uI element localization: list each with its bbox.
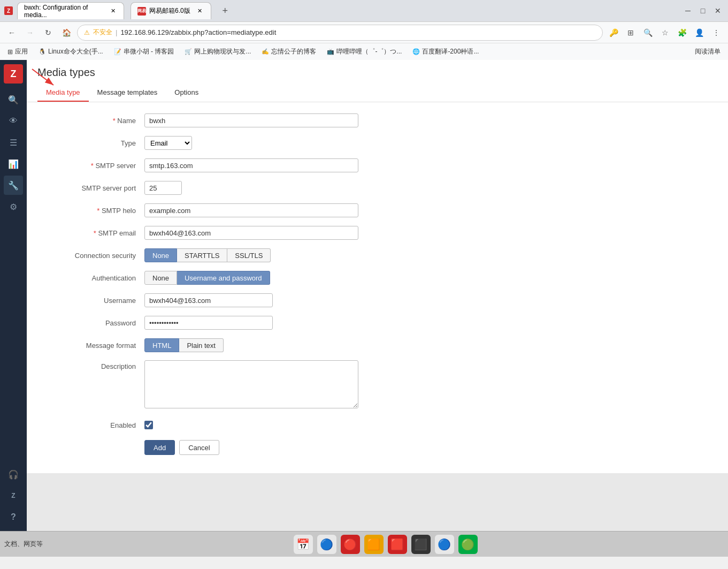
sidebar-item-support[interactable]: 🎧: [4, 465, 23, 484]
auth-none-button[interactable]: None: [144, 271, 177, 285]
bookmark-translate[interactable]: 🌐 百度翻译-200种语...: [409, 46, 482, 57]
home-button[interactable]: 🏠: [59, 25, 74, 40]
smtp-port-control: [144, 181, 182, 195]
page-title: Media types: [37, 66, 717, 79]
reload-button[interactable]: ↻: [41, 25, 56, 40]
address-text: 192.168.96.129/zabbix.php?action=mediaty…: [120, 28, 276, 36]
name-row: Name: [27, 113, 728, 128]
address-bar[interactable]: ⚠ 不安全 | 192.168.96.129/zabbix.php?action…: [77, 25, 603, 41]
new-tab-button[interactable]: +: [218, 3, 233, 18]
enabled-checkbox[interactable]: [144, 421, 153, 429]
bookmark-linux[interactable]: 🐧 Linux命令大全(手...: [35, 46, 106, 57]
bookmark-blog[interactable]: 📝 串微小胡 - 博客园: [111, 46, 178, 57]
description-control: [144, 360, 358, 410]
gray-area: [27, 473, 728, 531]
smtp-helo-control: [144, 203, 358, 217]
bookmark-apps[interactable]: ⊞ 应用: [4, 46, 31, 57]
password-input[interactable]: [144, 316, 273, 330]
tab1-label: bwxh: Configuration of media...: [24, 4, 104, 19]
close-button[interactable]: ✕: [712, 5, 724, 17]
taskbar-icon-chrome2[interactable]: 🔵: [435, 535, 454, 554]
smtp-email-input[interactable]: [144, 226, 358, 240]
page-header: Media types Media type Message templates…: [27, 60, 728, 102]
taskbar-icon-green[interactable]: 🟢: [458, 535, 478, 554]
username-label: Username: [27, 297, 144, 305]
username-control: [144, 293, 273, 307]
bookmark-bilibili[interactable]: 📺 哔哩哔哩（゜-゜）つ...: [324, 46, 405, 57]
type-control: Email SMS Script Webhook: [144, 136, 192, 150]
connection-starttls-button[interactable]: STARTTLS: [177, 248, 227, 262]
sidebar-item-configuration[interactable]: 🔧: [4, 176, 23, 195]
sidebar-item-zabbix[interactable]: Z: [4, 486, 23, 505]
auth-userpass-button[interactable]: Username and password: [177, 271, 270, 285]
smtp-port-row: SMTP server port: [27, 180, 728, 195]
taskbar-icon-orange[interactable]: 🟧: [364, 535, 384, 554]
taskbar-icon-red2[interactable]: 🟥: [388, 535, 407, 554]
smtp-helo-input[interactable]: [144, 203, 358, 217]
taskbar-icon-chrome1[interactable]: 🔵: [317, 535, 336, 554]
translate-icon[interactable]: ⊞: [623, 25, 638, 40]
tab-options[interactable]: Options: [166, 84, 207, 102]
taskbar-icon-red[interactable]: 🔴: [341, 535, 360, 554]
bookmark-bilibili-label: 哔哩哔哩（゜-゜）つ...: [336, 47, 402, 56]
bookmark-shop[interactable]: 🛒 网上购物现状与发...: [181, 46, 254, 57]
sidebar-item-help[interactable]: ?: [4, 507, 23, 527]
maximize-button[interactable]: □: [697, 5, 709, 17]
toolbar-icons: 🔑 ⊞ 🔍 ☆ 🧩 👤 ⋮: [606, 25, 724, 40]
tab2[interactable]: 网易 网易邮箱6.0版 ✕: [131, 2, 211, 19]
format-html-button[interactable]: HTML: [144, 338, 179, 352]
description-row: Description: [27, 360, 728, 410]
cancel-button[interactable]: Cancel: [179, 440, 219, 455]
enabled-control: [144, 421, 153, 429]
bookmark-shop-favicon: 🛒: [185, 48, 192, 55]
bookmark-shop-label: 网上购物现状与发...: [194, 47, 251, 56]
connection-ssl-button[interactable]: SSL/TLS: [227, 248, 271, 262]
zabbix-logo: Z: [4, 64, 23, 84]
bookmark-blogger-favicon: ✍: [262, 48, 269, 55]
connection-none-button[interactable]: None: [144, 248, 177, 262]
username-input[interactable]: [144, 293, 273, 307]
taskbar-icon-calendar[interactable]: 📅: [294, 535, 313, 554]
smtp-server-input[interactable]: [144, 158, 358, 172]
format-plaintext-button[interactable]: Plain text: [179, 338, 223, 352]
minimize-button[interactable]: ─: [682, 5, 694, 17]
smtp-port-label: SMTP server port: [27, 184, 144, 192]
message-format-control: HTML Plain text: [144, 338, 224, 352]
sidebar-item-administration[interactable]: ⚙: [4, 197, 23, 216]
type-select[interactable]: Email SMS Script Webhook: [144, 136, 192, 150]
taskbar-icon-dark[interactable]: ⬛: [411, 535, 431, 554]
bookmark-icon[interactable]: ☆: [657, 25, 672, 40]
taskbar-start-label: 文档、网页等: [4, 540, 43, 549]
tab-message-templates[interactable]: Message templates: [89, 84, 166, 102]
bookmarks-bar: ⊞ 应用 🐧 Linux命令大全(手... 📝 串微小胡 - 博客园 🛒 网上购…: [0, 43, 728, 60]
add-button[interactable]: Add: [144, 440, 175, 455]
description-textarea[interactable]: [144, 360, 358, 408]
buttons-control: Add Cancel: [144, 440, 219, 455]
tab1-close[interactable]: ✕: [110, 7, 117, 16]
smtp-port-input[interactable]: [144, 181, 182, 195]
bookmark-linux-favicon: 🐧: [39, 48, 46, 55]
tab-media-type[interactable]: Media type: [37, 84, 89, 102]
message-format-label: Message format: [27, 342, 144, 350]
connection-security-group: None STARTTLS SSL/TLS: [144, 248, 271, 262]
bookmark-translate-label: 百度翻译-200种语...: [422, 47, 479, 56]
tab2-close[interactable]: ✕: [196, 7, 204, 16]
tab2-label: 网易邮箱6.0版: [149, 6, 190, 16]
menu-icon[interactable]: ⋮: [709, 25, 724, 40]
sidebar-item-inventory[interactable]: ☰: [4, 133, 23, 152]
smtp-email-label: SMTP email: [27, 229, 144, 237]
name-input[interactable]: [144, 113, 358, 127]
forward-button[interactable]: →: [22, 25, 37, 40]
back-button[interactable]: ←: [4, 25, 19, 40]
profile-icon[interactable]: 👤: [692, 25, 707, 40]
search-icon[interactable]: 🔍: [640, 25, 655, 40]
password-icon[interactable]: 🔑: [606, 25, 621, 40]
sidebar-item-search[interactable]: 🔍: [4, 90, 23, 109]
name-label: Name: [27, 117, 144, 125]
bookmark-blogger[interactable]: ✍ 忘情公子的博客: [258, 46, 319, 57]
extension-icon[interactable]: 🧩: [675, 25, 689, 40]
bookmark-readinglist[interactable]: 阅读清单: [692, 46, 724, 57]
sidebar-item-monitoring[interactable]: 👁: [4, 111, 23, 131]
sidebar-item-reports[interactable]: 📊: [4, 154, 23, 173]
tab1[interactable]: bwxh: Configuration of media... ✕: [17, 2, 124, 19]
